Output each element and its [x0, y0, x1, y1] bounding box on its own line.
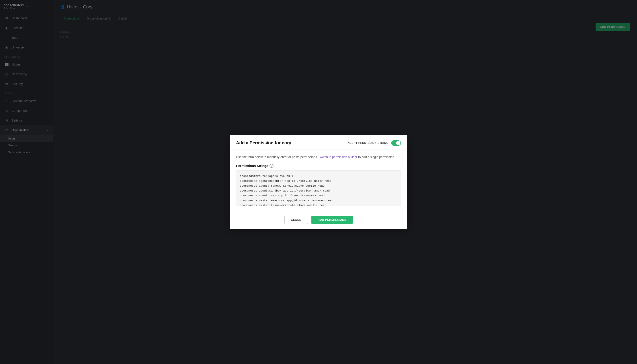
modal-body: Use the form below to manually enter or …: [230, 150, 407, 212]
close-button[interactable]: CLOSE: [284, 216, 308, 224]
modal-header-controls: INSERT PERMISSION STRING: [347, 140, 401, 146]
add-permissions-button[interactable]: ADD PERMISSIONS: [311, 216, 353, 224]
switch-to-builder-link[interactable]: Switch to permission builder: [319, 155, 357, 159]
modal-description: Use the form below to manually enter or …: [236, 155, 401, 160]
description-text: Use the form below to manually enter or …: [236, 155, 318, 159]
help-icon[interactable]: ?: [269, 164, 273, 168]
modal-header: Add a Permission for cory INSERT PERMISS…: [230, 135, 407, 150]
permissions-textarea[interactable]: dcos:adminrouter:ops:slave full dcos:mes…: [236, 170, 401, 206]
description-suffix: to add a single permission.: [358, 155, 395, 159]
insert-permission-toggle[interactable]: [391, 140, 401, 146]
insert-permission-string-label: INSERT PERMISSION STRING: [347, 142, 389, 144]
modal-title: Add a Permission for cory: [236, 140, 291, 146]
modal-overlay[interactable]: Add a Permission for cory INSERT PERMISS…: [0, 0, 637, 364]
permission-modal: Add a Permission for cory INSERT PERMISS…: [230, 135, 407, 229]
modal-footer: CLOSE ADD PERMISSIONS: [230, 212, 407, 229]
permissions-strings-label: Permissions Strings ?: [236, 164, 401, 168]
